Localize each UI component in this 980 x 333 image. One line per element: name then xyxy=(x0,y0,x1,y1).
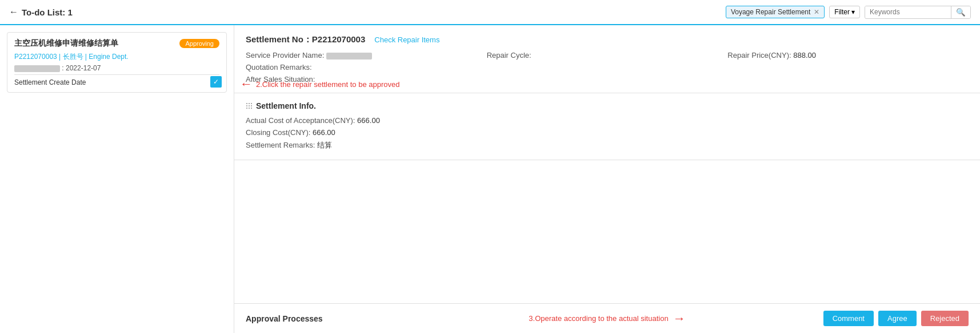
card-date: : 2022-12-07 xyxy=(14,64,219,72)
settlement-section: Settlement No：P2212070003 Check Repair I… xyxy=(234,25,980,93)
detail-grid: Service Provider Name: Repair Cycle: Rep… xyxy=(246,51,969,60)
repair-cycle-cell: Repair Cycle: xyxy=(487,51,728,60)
info-section: Settlement Info. Actual Cost of Acceptan… xyxy=(234,93,980,160)
repair-price-value: 888.00 xyxy=(793,51,816,60)
filter-button-label: Filter xyxy=(834,8,850,16)
main-relative: 主空压机维修申请维修结算单 Approving P2212070003 | 长胜… xyxy=(0,25,980,333)
search-box: 🔍 xyxy=(865,6,971,19)
info-section-title: Settlement Info. xyxy=(246,101,969,110)
search-icon-button[interactable]: 🔍 xyxy=(951,6,970,18)
card-meta: P2212070003 | 长胜号 | Engine Dept. xyxy=(14,52,219,62)
chevron-down-icon: ▾ xyxy=(851,8,855,16)
card-check-icon: ✓ xyxy=(210,76,222,88)
quotation-remarks-label: Quotation Remarks: xyxy=(246,63,337,72)
spacer xyxy=(234,160,980,303)
annotation-3: 3.Operate according to the actual situat… xyxy=(529,311,685,326)
settlement-number: Settlement No：P2212070003 xyxy=(246,34,365,45)
back-arrow-icon[interactable]: ← xyxy=(9,7,18,17)
info-title-text: Settlement Info. xyxy=(256,101,316,110)
service-provider-value xyxy=(326,53,372,60)
card-title: 主空压机维修申请维修结算单 xyxy=(14,38,118,49)
top-bar-right: Voyage Repair Settlement ✕ Filter ▾ 🔍 xyxy=(726,6,971,19)
check-repair-items-link[interactable]: Check Repair Items xyxy=(374,35,439,44)
quotation-remarks-row: Quotation Remarks: xyxy=(246,63,969,72)
main-container: 主空压机维修申请维修结算单 Approving P2212070003 | 长胜… xyxy=(0,25,980,333)
filter-button[interactable]: Filter ▾ xyxy=(829,6,860,18)
action-buttons: Comment Agree Rejected xyxy=(823,311,969,326)
settlement-card[interactable]: 主空压机维修申请维修结算单 Approving P2212070003 | 长胜… xyxy=(7,32,227,93)
settlement-remarks-label: Settlement Remarks: xyxy=(246,141,315,149)
service-provider-cell: Service Provider Name: xyxy=(246,51,487,60)
filter-tag-close-icon[interactable]: ✕ xyxy=(814,8,819,16)
actual-cost-value: 666.00 xyxy=(357,116,380,125)
repair-cycle-label: Repair Cycle: xyxy=(487,51,531,60)
card-footer-label: Settlement Create Date xyxy=(14,74,219,86)
left-panel: 主空压机维修申请维修结算单 Approving P2212070003 | 长胜… xyxy=(0,25,234,333)
top-bar-left: ← To-do List: 1 xyxy=(9,7,726,17)
repair-price-label: Repair Price(CNY): xyxy=(727,51,791,60)
actual-cost-row: Actual Cost of Acceptance(CNY): 666.00 xyxy=(246,116,969,125)
after-sales-label: After Sales Situation: xyxy=(246,75,337,84)
closing-cost-value: 666.00 xyxy=(313,128,335,137)
settlement-remarks-row: Settlement Remarks: 结算 xyxy=(246,140,969,150)
repair-price-cell: Repair Price(CNY): 888.00 xyxy=(727,51,969,60)
approving-badge: Approving xyxy=(179,39,219,48)
card-header: 主空压机维修申请维修结算单 Approving xyxy=(14,38,219,49)
page-title: To-do List: 1 xyxy=(22,7,73,17)
rejected-button[interactable]: Rejected xyxy=(921,311,969,326)
filter-tag: Voyage Repair Settlement ✕ xyxy=(726,6,825,18)
agree-button[interactable]: Agree xyxy=(878,311,917,326)
arrow-right-icon: → xyxy=(673,311,686,326)
right-panel: Settlement No：P2212070003 Check Repair I… xyxy=(234,25,980,333)
top-bar: ← To-do List: 1 Voyage Repair Settlement… xyxy=(0,0,980,25)
comment-button[interactable]: Comment xyxy=(823,311,874,326)
after-sales-row: After Sales Situation: xyxy=(246,75,969,84)
card-date-value: : 2022-12-07 xyxy=(62,64,101,72)
search-input[interactable] xyxy=(865,6,951,18)
blurred-label xyxy=(14,65,60,72)
closing-cost-row: Closing Cost(CNY): 666.00 xyxy=(246,128,969,137)
service-provider-label: Service Provider Name: xyxy=(246,51,324,60)
annotation-3-text: 3.Operate according to the actual situat… xyxy=(529,314,668,323)
filter-tag-label: Voyage Repair Settlement xyxy=(731,8,810,16)
settlement-remarks-value: 结算 xyxy=(317,141,332,149)
grip-icon xyxy=(246,102,253,109)
actual-cost-label: Actual Cost of Acceptance(CNY): xyxy=(246,116,355,125)
approval-processes-title: Approval Processes xyxy=(246,314,323,323)
closing-cost-label: Closing Cost(CNY): xyxy=(246,128,310,137)
bottom-bar: Approval Processes 3.Operate according t… xyxy=(234,303,980,333)
settlement-no-row: Settlement No：P2212070003 Check Repair I… xyxy=(246,34,969,45)
